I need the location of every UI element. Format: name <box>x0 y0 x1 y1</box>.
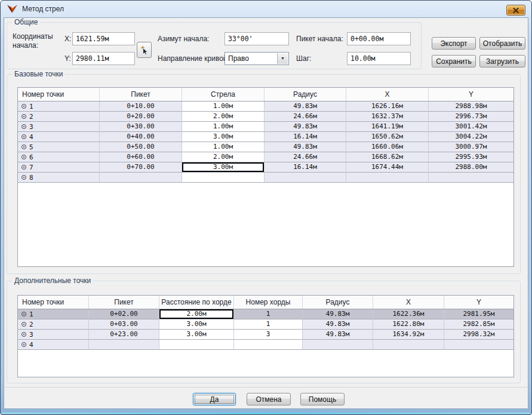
cell-point-number[interactable]: 5 <box>18 142 100 152</box>
ok-button[interactable]: Да <box>193 393 236 405</box>
cell-chord-distance[interactable]: 3.00м <box>159 330 234 340</box>
col-header-x[interactable]: X <box>373 296 444 309</box>
cell-radius[interactable]: 24.66м <box>265 152 346 162</box>
cell-picket[interactable]: 0+02.00 <box>89 309 159 319</box>
cell-x[interactable]: 1660.06м <box>346 142 429 152</box>
cell-y[interactable]: 2998.32м <box>444 330 513 340</box>
display-button[interactable]: Отобразить <box>479 37 525 50</box>
cell-y[interactable]: 2995.93м <box>429 152 513 162</box>
cancel-button[interactable]: Отмена <box>247 393 291 405</box>
col-header-picket[interactable]: Пикет <box>89 296 159 309</box>
base-points-table[interactable]: Номер точки Пикет Стрела Радиус X Y 1 0+… <box>17 87 514 267</box>
table-row[interactable]: 3 0+23.00 3.00м 3 49.83м 1634.92м 2998.3… <box>18 330 513 340</box>
cell-radius[interactable]: 49.83м <box>265 102 346 112</box>
cell-y[interactable] <box>429 173 513 183</box>
cell-picket[interactable]: 0+10.00 <box>100 102 182 112</box>
col-header-chord-number[interactable]: Номер хорды <box>234 296 303 309</box>
cell-picket[interactable]: 0+30.00 <box>100 122 182 132</box>
cell-chord-distance[interactable] <box>159 340 234 350</box>
cell-radius[interactable] <box>303 340 373 350</box>
azimuth-field[interactable]: 33°00' <box>225 32 289 45</box>
cell-picket[interactable] <box>100 173 182 183</box>
load-button[interactable]: Загрузить <box>479 55 525 67</box>
cell-x[interactable]: 1650.62м <box>346 132 429 142</box>
cell-y[interactable]: 2982.85м <box>444 319 513 330</box>
cell-y[interactable]: 2988.98м <box>429 102 513 112</box>
cell-arrow[interactable]: 1.00м <box>182 102 265 112</box>
cell-picket[interactable]: 0+70.00 <box>100 162 182 173</box>
cell-x[interactable] <box>373 340 444 350</box>
cell-radius[interactable]: 16.14м <box>265 132 346 142</box>
cell-y[interactable]: 3000.97м <box>429 142 513 152</box>
col-header-y[interactable]: Y <box>429 88 513 101</box>
table-row[interactable]: 7 0+70.00 3.00м 16.14м 1674.44м 2988.00м <box>18 162 513 173</box>
cell-radius[interactable] <box>265 173 346 183</box>
export-button[interactable]: Экспорт <box>432 37 476 50</box>
col-header-point-number[interactable]: Номер точки <box>18 88 100 101</box>
cell-radius[interactable]: 49.83м <box>303 309 373 319</box>
title-bar[interactable]: Метод стрел <box>1 1 531 17</box>
direction-dropdown[interactable]: Право ▼ <box>225 52 289 65</box>
cell-x[interactable]: 1641.19м <box>346 122 429 132</box>
additional-points-table[interactable]: Номер точки Пикет Расстояние по хорде Но… <box>17 295 514 377</box>
table-row[interactable]: 2 0+20.00 2.00м 24.66м 1632.37м 2996.73м <box>18 112 513 122</box>
cell-y[interactable]: 2996.73м <box>429 112 513 122</box>
cell-point-number[interactable]: 6 <box>18 152 100 162</box>
help-button[interactable]: Помощь <box>300 393 345 405</box>
cell-chord-number[interactable]: 1 <box>234 319 303 330</box>
cell-x[interactable]: 1622.80м <box>373 319 444 330</box>
cell-x[interactable]: 1632.37м <box>346 112 429 122</box>
cell-x[interactable]: 1674.44м <box>346 162 429 173</box>
cell-x[interactable] <box>346 173 429 183</box>
table-row[interactable]: 4 <box>18 340 513 350</box>
cell-x[interactable]: 1668.62м <box>346 152 429 162</box>
cell-x[interactable]: 1622.36м <box>373 309 444 319</box>
cell-picket[interactable]: 0+40.00 <box>100 132 182 142</box>
cell-radius[interactable]: 49.83м <box>303 330 373 340</box>
table-row-selected[interactable]: 1 0+02.00 2.00м 1 49.83м 1622.36м 2981.9… <box>18 309 513 319</box>
col-header-x[interactable]: X <box>346 88 429 101</box>
cell-chord-distance-current[interactable]: 2.00м <box>159 309 234 319</box>
table-row[interactable]: 6 0+60.00 2.00м 24.66м 1668.62м 2995.93м <box>18 152 513 162</box>
save-button[interactable]: Сохранить <box>432 55 476 67</box>
cell-x[interactable]: 1626.16м <box>346 102 429 112</box>
col-header-radius[interactable]: Радиус <box>303 296 373 309</box>
cell-point-number[interactable]: 8 <box>18 173 100 183</box>
col-header-radius[interactable]: Радиус <box>265 88 346 101</box>
cell-arrow[interactable]: 1.00м <box>182 122 265 132</box>
col-header-chord-distance[interactable]: Расстояние по хорде <box>159 296 234 309</box>
cell-y[interactable] <box>444 340 513 350</box>
cell-point-number[interactable]: 2 <box>18 112 100 122</box>
cell-chord-number[interactable]: 3 <box>234 330 303 340</box>
step-field[interactable]: 10.00м <box>347 52 411 65</box>
table-row[interactable]: 3 0+30.00 1.00м 49.83м 1641.19м 3001.42м <box>18 122 513 132</box>
table-row[interactable]: 4 0+40.00 3.00м 16.14м 1650.62м 3004.22м <box>18 132 513 142</box>
col-header-arrow[interactable]: Стрела <box>182 88 265 101</box>
chevron-down-icon[interactable]: ▼ <box>277 53 288 64</box>
cell-radius[interactable]: 49.83м <box>265 122 346 132</box>
cell-arrow-current[interactable]: 3.00м <box>182 162 265 173</box>
cell-radius[interactable]: 49.83м <box>265 142 346 152</box>
y-coordinate-field[interactable]: 2980.11м <box>72 52 135 65</box>
cell-arrow[interactable]: 1.00м <box>182 142 265 152</box>
picket-start-field[interactable]: 0+00.00м <box>347 32 411 45</box>
table-row[interactable]: 1 0+10.00 1.00м 49.83м 1626.16м 2988.98м <box>18 102 513 112</box>
cell-chord-number[interactable]: 1 <box>234 309 303 319</box>
cell-arrow[interactable] <box>182 173 265 183</box>
cell-point-number[interactable]: 1 <box>18 309 89 319</box>
col-header-point-number[interactable]: Номер точки <box>18 296 89 309</box>
cell-y[interactable]: 2988.00м <box>429 162 513 173</box>
cell-point-number[interactable]: 3 <box>18 122 100 132</box>
cell-point-number[interactable]: 1 <box>18 102 100 112</box>
cell-arrow[interactable]: 2.00м <box>182 152 265 162</box>
cell-picket[interactable]: 0+03.00 <box>89 319 159 330</box>
close-button[interactable] <box>506 5 525 16</box>
cell-picket[interactable] <box>89 340 159 350</box>
cell-picket[interactable]: 0+20.00 <box>100 112 182 122</box>
table-row[interactable]: 2 0+03.00 3.00м 1 49.83м 1622.80м 2982.8… <box>18 319 513 330</box>
cell-arrow[interactable]: 3.00м <box>182 132 265 142</box>
cell-picket[interactable]: 0+50.00 <box>100 142 182 152</box>
cell-point-number[interactable]: 4 <box>18 132 100 142</box>
table-row[interactable]: 8 <box>18 173 513 183</box>
cell-chord-number[interactable] <box>234 340 303 350</box>
